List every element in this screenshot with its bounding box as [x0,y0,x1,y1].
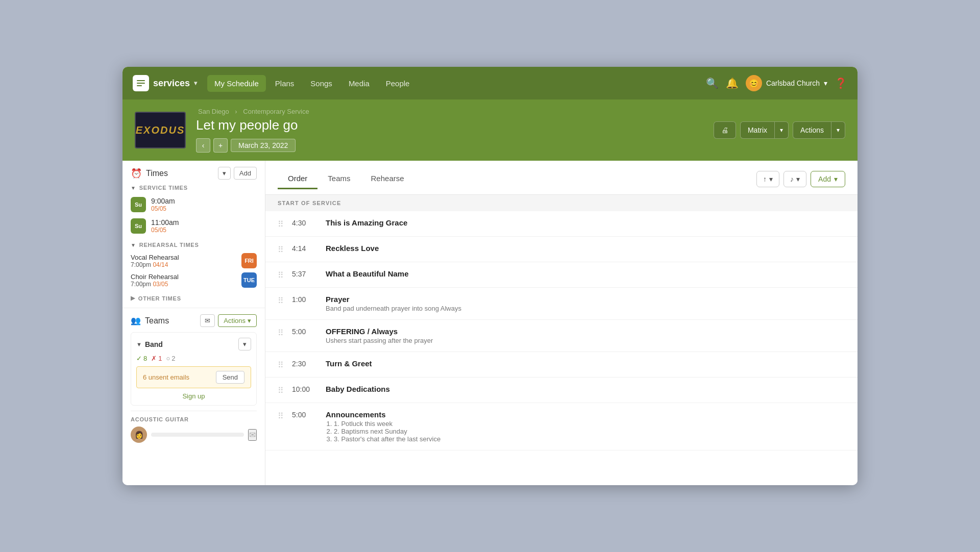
item-8-time: 5:00 [292,411,317,419]
item-5-time: 5:00 [292,328,317,336]
service-time-2-time: 11:00am [151,218,257,227]
service-time-2-badge: Su [131,218,146,234]
times-dropdown-button[interactable]: ▾ [218,167,231,180]
rehearsal-time-1-info: Vocal Rehearsal 7:00pm 04/14 [131,254,179,268]
drag-handle-icon[interactable]: ⠿ [278,219,284,229]
print-button[interactable]: 🖨 [714,121,736,139]
times-header: ⏰ Times ▾ Add [131,167,257,180]
panel-right-actions: ↑ ▾ ♪ ▾ Add ▾ [756,171,845,187]
user-name: Carlsbad Church [766,79,820,87]
nav-songs[interactable]: Songs [303,75,339,92]
service-item-2: ⠿ 4:14 Reckless Love [265,237,857,262]
service-section-header: START OF SERVICE [265,195,857,211]
item-1-time: 4:30 [292,219,317,227]
sign-up-link[interactable]: Sign up [136,392,251,400]
person-status-bar [151,433,244,437]
band-section: ▼ Band ▾ ✓ 8 ✗ 1 [131,332,257,406]
unsent-emails-text: 6 unsent emails [143,373,189,381]
band-dropdown-button[interactable]: ▾ [238,338,251,350]
drag-handle-icon[interactable]: ⠿ [278,296,284,306]
item-8-content: Announcements 1. Potluck this week 2. Ba… [326,410,845,443]
prev-date-button[interactable]: ‹ [196,138,210,153]
item-8-subtitle-3: 3. Pastor's chat after the last service [334,435,845,443]
share-icon: ↑ [763,175,767,183]
breadcrumb: San Diego › Contemporary Service [196,108,703,115]
music-chevron-icon: ▾ [796,175,800,183]
service-time-2-date: 05/05 [151,227,257,234]
teams-actions-button[interactable]: Actions ▾ [218,314,257,327]
nav-people[interactable]: People [379,75,417,92]
app-logo[interactable]: services ▾ [133,75,197,91]
teams-email-button[interactable]: ✉ [200,314,215,327]
rehearsal-time-2-day-badge: TUE [241,272,257,288]
drag-handle-icon[interactable]: ⠿ [278,411,284,421]
main-panel: Order Teams Rehearse ↑ ▾ ♪ ▾ Add ▾ [265,161,857,485]
breadcrumb-part2: Contemporary Service [243,108,309,115]
times-add-button[interactable]: Add [234,167,257,180]
person-email-button[interactable]: ✉ [248,429,257,441]
service-item-3: ⠿ 5:37 What a Beautiful Name [265,262,857,288]
user-menu[interactable]: 😊 Carlsbad Church ▾ [746,75,827,91]
band-declined-count: ✗ 1 [151,355,162,362]
nav-media[interactable]: Media [341,75,377,92]
drag-handle-icon[interactable]: ⠿ [278,386,284,395]
tab-rehearse[interactable]: Rehearse [361,169,414,189]
item-5-title: OFFERING / Always [326,327,845,336]
drag-handle-icon[interactable]: ⠿ [278,360,284,370]
item-8-title: Announcements [326,410,845,419]
matrix-button[interactable]: Matrix [741,122,775,138]
logo-icon [133,75,149,91]
date-row: ‹ + March 23, 2022 [196,138,703,153]
drag-handle-icon[interactable]: ⠿ [278,328,284,338]
panel-tabs: Order Teams Rehearse [278,169,414,189]
rehearsal-time-2-row: Choir Rehearsal 7:00pm 03/05 TUE [131,272,257,288]
tab-teams[interactable]: Teams [317,169,360,189]
send-emails-button[interactable]: Send [216,371,244,384]
drag-handle-icon[interactable]: ⠿ [278,245,284,255]
rehearsal-times-arrow-icon: ▼ [131,242,136,248]
item-2-time: 4:14 [292,244,317,253]
rehearsal-time-2: Choir Rehearsal 7:00pm 03/05 TUE [131,270,257,290]
panel-toolbar: Order Teams Rehearse ↑ ▾ ♪ ▾ Add ▾ [265,161,857,189]
actions-chevron-icon: ▾ [248,317,251,324]
share-button[interactable]: ↑ ▾ [756,171,779,187]
check-icon: ✓ [136,355,142,362]
add-date-button[interactable]: + [213,138,228,153]
rehearsal-time-1: Vocal Rehearsal 7:00pm 04/14 FRI [131,251,257,270]
svg-rect-0 [137,80,145,81]
item-5-content: OFFERING / Always Ushers start passing a… [326,327,845,344]
matrix-button-group: Matrix ▾ [740,121,789,139]
item-4-subtitle: Band pad underneath prayer into song Alw… [326,305,845,312]
drag-handle-icon[interactable]: ⠿ [278,270,284,280]
plan-title: Let my people go [196,117,703,133]
notifications-button[interactable]: 🔔 [726,78,739,88]
item-7-time: 10:00 [292,385,317,393]
item-3-content: What a Beautiful Name [326,269,845,278]
service-item-4: ⠿ 1:00 Prayer Band pad underneath prayer… [265,288,857,320]
acoustic-section: ACOUSTIC GUITAR 👩 ✉ [131,411,257,443]
item-3-title: What a Beautiful Name [326,269,845,278]
item-8-subtitle-1: 1. Potluck this week [334,420,845,428]
band-arrow-icon: ▼ [136,341,142,347]
item-8-subtitle-2: 2. Baptisms next Sunday [334,428,845,435]
item-7-title: Baby Dedications [326,385,845,393]
nav-my-schedule[interactable]: My Schedule [207,75,266,92]
actions-button[interactable]: Actions [793,122,831,138]
help-button[interactable]: ❓ [835,78,847,88]
nav-plans[interactable]: Plans [268,75,302,92]
times-section: ⏰ Times ▾ Add ▼ SERVICE TIMES Su 9:00am [122,161,265,308]
acoustic-person: 👩 ✉ [131,426,257,443]
logo-text: services [153,78,190,89]
item-6-title: Turn & Greet [326,359,845,368]
svg-rect-1 [137,83,145,84]
rehearsal-time-1-row: Vocal Rehearsal 7:00pm 04/14 FRI [131,253,257,268]
tab-order[interactable]: Order [278,169,317,189]
nav-right: 🔍 🔔 😊 Carlsbad Church ▾ ❓ [706,75,847,91]
music-button[interactable]: ♪ ▾ [783,171,806,187]
times-title: ⏰ Times [131,168,168,179]
matrix-chevron-icon[interactable]: ▾ [775,122,788,138]
user-avatar: 😊 [746,75,762,91]
actions-chevron-icon[interactable]: ▾ [831,122,845,138]
search-button[interactable]: 🔍 [706,78,719,88]
add-item-button[interactable]: Add ▾ [811,171,845,187]
